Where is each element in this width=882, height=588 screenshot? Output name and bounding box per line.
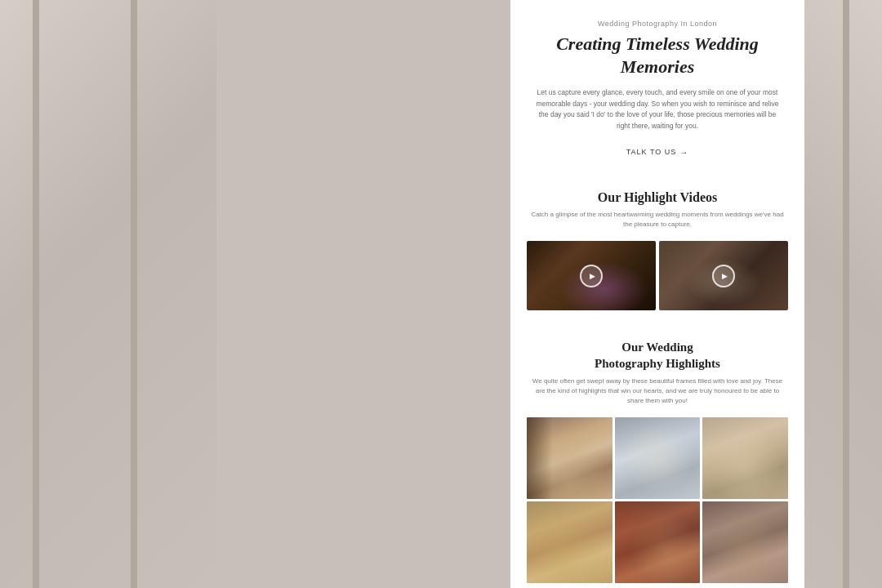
hero-title-line1: Creating Timeless Wedding: [556, 33, 759, 54]
hero-subtitle: Wedding Photography In London: [535, 20, 780, 28]
photo-item-3[interactable]: [702, 417, 788, 499]
play-button-1[interactable]: [580, 265, 603, 287]
video-thumbnail-1[interactable]: [527, 241, 656, 310]
videos-section-description: Catch a glimpse of the most heartwarming…: [527, 210, 788, 229]
hero-description: Let us capture every glance, every touch…: [535, 87, 780, 131]
photo-item-2[interactable]: [615, 417, 701, 499]
video-thumbnail-2[interactable]: [659, 241, 788, 310]
background-left: [0, 0, 216, 588]
hero-section: Wedding Photography In London Creating T…: [510, 0, 804, 174]
photo-item-4[interactable]: [527, 501, 612, 583]
videos-section-title: Our Highlight Videos: [527, 190, 788, 205]
photos-title-line2: Photography Highlights: [595, 357, 720, 370]
hero-title: Creating Timeless Wedding Memories: [535, 33, 780, 78]
videos-section: Our Highlight Videos Catch a glimpse of …: [510, 174, 804, 323]
main-content-area: Wedding Photography In London Creating T…: [510, 0, 804, 588]
hero-cta-label: TALK TO US: [626, 148, 677, 156]
photo-item-5[interactable]: [615, 501, 701, 583]
hero-title-line2: Memories: [621, 56, 694, 77]
photo-grid: [527, 417, 788, 583]
photos-title-line1: Our Wedding: [621, 341, 693, 354]
photo-item-1[interactable]: [527, 417, 612, 499]
play-button-2[interactable]: [712, 265, 735, 287]
video-grid: [527, 241, 788, 310]
photos-section-title: Our Wedding Photography Highlights: [527, 340, 788, 372]
photos-section: Our Wedding Photography Highlights We qu…: [510, 323, 804, 588]
photo-item-6[interactable]: [702, 501, 788, 583]
photos-section-description: We quite often get swept away by these b…: [527, 376, 788, 406]
hero-cta-arrow: →: [679, 148, 688, 157]
hero-cta-button[interactable]: TALK TO US →: [626, 148, 689, 157]
